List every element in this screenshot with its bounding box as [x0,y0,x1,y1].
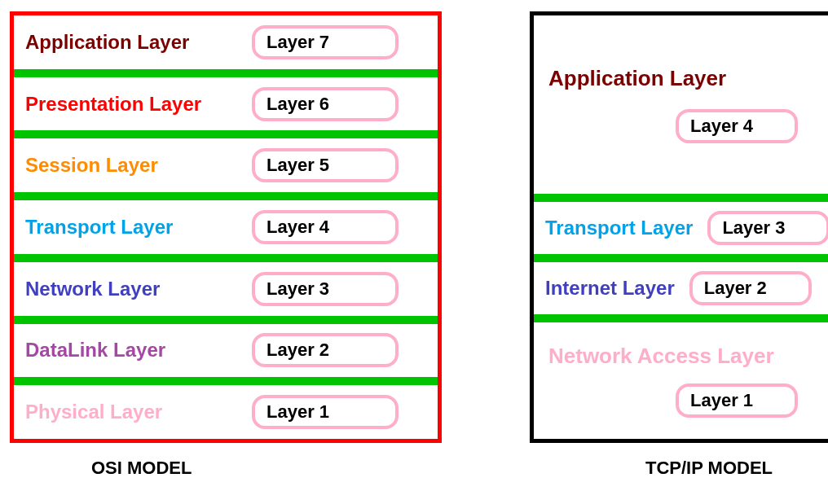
tcpip-column: Application Layer Layer 4 Transport Laye… [530,11,828,479]
osi-layer-session: Session Layer Layer 5 [14,134,438,196]
tcpip-layer-network-access: Network Access Layer Layer 1 [534,318,828,439]
osi-caption: OSI MODEL [91,458,523,479]
tcpip-layer-name: Application Layer [548,66,726,91]
osi-layer-badge: Layer 5 [252,148,399,182]
osi-layer-badge: Layer 3 [252,272,399,306]
tcpip-layer-name: Internet Layer [545,277,675,300]
osi-layer-badge: Layer 6 [252,87,399,121]
osi-layer-badge: Layer 2 [252,333,399,367]
osi-model-box: Application Layer Layer 7 Presentation L… [10,11,442,443]
tcpip-layer-badge: Layer 1 [676,383,798,418]
osi-layer-datalink: DataLink Layer Layer 2 [14,320,438,382]
osi-layer-badge: Layer 4 [252,210,399,244]
tcpip-layer-badge: Layer 2 [689,271,812,305]
osi-layer-name: Physical Layer [25,401,237,423]
tcpip-layer-transport: Transport Layer Layer 3 [534,198,828,258]
osi-layer-badge: Layer 1 [252,395,399,429]
tcpip-caption: TCP/IP MODEL [530,458,828,479]
osi-layer-transport: Transport Layer Layer 4 [14,196,438,258]
tcpip-layer-internet: Internet Layer Layer 2 [534,258,828,318]
osi-layer-presentation: Presentation Layer Layer 6 [14,73,438,135]
osi-layer-network: Network Layer Layer 3 [14,258,438,320]
osi-column: Application Layer Layer 7 Presentation L… [10,11,523,479]
tcpip-layer-badge: Layer 4 [676,109,798,143]
tcpip-layer-name: Transport Layer [545,217,693,239]
tcpip-layer-badge: Layer 3 [707,211,828,245]
tcpip-layer-name: Network Access Layer [548,344,774,369]
tcpip-layer-application: Application Layer Layer 4 [534,15,828,198]
osi-layer-name: Transport Layer [25,216,237,239]
osi-layer-name: Presentation Layer [25,93,237,116]
osi-layer-application: Application Layer Layer 7 [14,15,438,73]
osi-layer-badge: Layer 7 [252,25,399,59]
osi-layer-name: Session Layer [25,154,237,177]
tcpip-model-box: Application Layer Layer 4 Transport Laye… [530,11,828,443]
osi-layer-name: DataLink Layer [25,339,237,362]
osi-layer-physical: Physical Layer Layer 1 [14,381,438,439]
models-wrap: Application Layer Layer 7 Presentation L… [0,0,828,479]
osi-layer-name: Network Layer [25,278,237,300]
osi-layer-name: Application Layer [25,31,237,54]
